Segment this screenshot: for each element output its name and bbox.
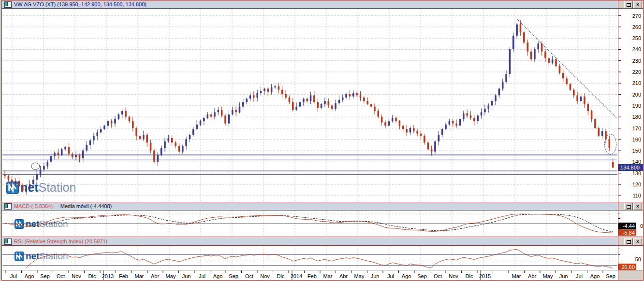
main-restore-button[interactable] [624, 1, 633, 8]
main-price-axis[interactable] [618, 9, 643, 202]
rsi-panel-header[interactable]: RSI (Relative Strength Index) (20.5971) [2, 238, 618, 245]
macd-title: MACD (-5.8364) [14, 203, 53, 209]
main-close-button[interactable]: × [633, 1, 642, 8]
macd-value-box: -5.84 [618, 229, 636, 236]
chart-panel-icon [4, 1, 12, 8]
main-chart-header[interactable]: VW AG VZO (XT) (139.950, 142.900, 134.50… [2, 0, 618, 8]
maximize-icon [627, 205, 631, 209]
rsi-value-box: 20.60 [618, 264, 636, 270]
date-axis[interactable] [2, 270, 618, 280]
maximize-icon [627, 3, 631, 7]
rsi-mid-label: 50 [618, 256, 641, 262]
netstation-window: netStation netStation netStation 1101201… [0, 0, 644, 281]
macd-close-button[interactable]: × [633, 203, 642, 210]
chart-panel-icon [4, 203, 12, 210]
macd-zero-label: 0 [637, 223, 643, 229]
chart-panel-icon [4, 239, 12, 245]
rsi-restore-button[interactable] [624, 238, 633, 245]
rsi-title: RSI (Relative Strength Index) (20.5971) [14, 239, 107, 244]
macd-signal-value-box: -4.44 [618, 223, 636, 229]
macd-panel-header[interactable]: MACD (-5.8364) - Media móvil (-4.4408) [2, 202, 618, 210]
macd-plot-area[interactable] [2, 211, 618, 237]
main-chart-title: VW AG VZO (XT) (139.950, 142.900, 134.50… [14, 1, 146, 7]
main-chart-plot-area[interactable] [2, 9, 618, 202]
macd-signal-title: - Media móvil (-4.4408) [57, 203, 112, 209]
rsi-plot-area[interactable] [2, 246, 618, 270]
rsi-close-button[interactable]: × [633, 238, 642, 245]
macd-restore-button[interactable] [624, 203, 633, 210]
maximize-icon [627, 240, 631, 244]
